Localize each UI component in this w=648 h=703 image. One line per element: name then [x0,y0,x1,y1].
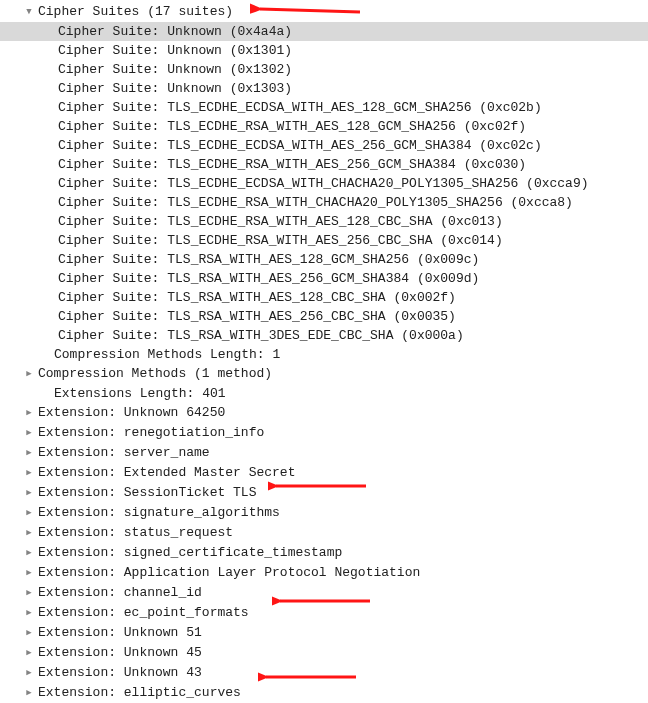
cipher-suite-value: TLS_ECDHE_RSA_WITH_AES_128_GCM_SHA256 (0… [167,119,526,134]
extension-item[interactable]: Extension: Extended Master Secret [0,463,648,483]
compression-methods[interactable]: Compression Methods (1 method) [0,364,648,384]
cipher-suite-item[interactable]: Cipher Suite: TLS_ECDHE_ECDSA_WITH_AES_1… [0,98,648,117]
compression-length-text: Compression Methods Length: 1 [54,347,280,362]
cipher-suite-item[interactable]: Cipher Suite: TLS_ECDHE_ECDSA_WITH_CHACH… [0,174,648,193]
cipher-suite-prefix: Cipher Suite: [58,62,159,77]
extension-item[interactable]: Extension: elliptic_curves [0,683,648,703]
extension-item[interactable]: Extension: channel_id [0,583,648,603]
cipher-suite-prefix: Cipher Suite: [58,81,159,96]
extension-item[interactable]: Extension: Unknown 43 [0,663,648,683]
protocol-tree: Cipher Suites (17 suites) Cipher Suite: … [0,0,648,703]
cipher-suite-prefix: Cipher Suite: [58,214,159,229]
chevron-right-icon[interactable] [24,544,34,563]
cipher-suite-item[interactable]: Cipher Suite: TLS_ECDHE_RSA_WITH_AES_128… [0,117,648,136]
cipher-suite-item[interactable]: Cipher Suite: TLS_ECDHE_ECDSA_WITH_AES_2… [0,136,648,155]
chevron-right-icon[interactable] [24,404,34,423]
extension-text: Extension: elliptic_curves [38,685,241,700]
cipher-suite-item[interactable]: Cipher Suite: Unknown (0x1301) [0,41,648,60]
extension-text: Extension: Unknown 45 [38,645,202,660]
extension-text: Extension: ec_point_formats [38,605,249,620]
cipher-suite-value: Unknown (0x1303) [167,81,292,96]
chevron-right-icon[interactable] [24,644,34,663]
extension-item[interactable]: Extension: Unknown 51 [0,623,648,643]
extension-item[interactable]: Extension: signed_certificate_timestamp [0,543,648,563]
extension-text: Extension: signature_algorithms [38,505,280,520]
chevron-right-icon[interactable] [24,584,34,603]
cipher-suite-prefix: Cipher Suite: [58,195,159,210]
cipher-suite-prefix: Cipher Suite: [58,176,159,191]
extension-item[interactable]: Extension: renegotiation_info [0,423,648,443]
cipher-suite-prefix: Cipher Suite: [58,157,159,172]
cipher-suite-item[interactable]: Cipher Suite: Unknown (0x1303) [0,79,648,98]
extension-item[interactable]: Extension: Unknown 45 [0,643,648,663]
extension-text: Extension: channel_id [38,585,202,600]
extension-text: Extension: Extended Master Secret [38,465,295,480]
chevron-right-icon[interactable] [24,464,34,483]
cipher-suite-prefix: Cipher Suite: [58,290,159,305]
extension-text: Extension: Application Layer Protocol Ne… [38,565,420,580]
cipher-suites-header[interactable]: Cipher Suites (17 suites) [0,2,648,22]
cipher-suite-prefix: Cipher Suite: [58,24,159,39]
cipher-suite-value: TLS_RSA_WITH_AES_256_GCM_SHA384 (0x009d) [167,271,479,286]
extension-text: Extension: server_name [38,445,210,460]
cipher-suite-prefix: Cipher Suite: [58,309,159,324]
extension-item[interactable]: Extension: status_request [0,523,648,543]
cipher-suite-value: Unknown (0x4a4a) [167,24,292,39]
chevron-right-icon[interactable] [24,524,34,543]
extension-item[interactable]: Extension: SessionTicket TLS [0,483,648,503]
cipher-suite-value: TLS_ECDHE_RSA_WITH_AES_256_CBC_SHA (0xc0… [167,233,502,248]
chevron-right-icon[interactable] [24,444,34,463]
chevron-down-icon[interactable] [24,3,34,22]
chevron-right-icon[interactable] [24,424,34,443]
cipher-suite-prefix: Cipher Suite: [58,328,159,343]
extension-text: Extension: renegotiation_info [38,425,264,440]
extension-item[interactable]: Extension: signature_algorithms [0,503,648,523]
chevron-right-icon[interactable] [24,604,34,623]
cipher-suite-item[interactable]: Cipher Suite: TLS_RSA_WITH_AES_256_GCM_S… [0,269,648,288]
chevron-right-icon[interactable] [24,564,34,583]
cipher-suite-item[interactable]: Cipher Suite: TLS_RSA_WITH_AES_256_CBC_S… [0,307,648,326]
chevron-right-icon[interactable] [24,664,34,683]
cipher-suite-item[interactable]: Cipher Suite: TLS_ECDHE_RSA_WITH_CHACHA2… [0,193,648,212]
extension-text: Extension: Unknown 64250 [38,405,225,420]
extensions-length-text: Extensions Length: 401 [54,386,226,401]
extensions-length[interactable]: Extensions Length: 401 [0,384,648,403]
extension-text: Extension: Unknown 51 [38,625,202,640]
cipher-suite-value: TLS_ECDHE_RSA_WITH_AES_256_GCM_SHA384 (0… [167,157,526,172]
cipher-suite-value: TLS_RSA_WITH_3DES_EDE_CBC_SHA (0x000a) [167,328,463,343]
chevron-right-icon[interactable] [24,365,34,384]
cipher-suites-label: Cipher Suites (17 suites) [38,4,233,19]
cipher-suite-item[interactable]: Cipher Suite: Unknown (0x1302) [0,60,648,79]
chevron-right-icon[interactable] [24,484,34,503]
compression-length[interactable]: Compression Methods Length: 1 [0,345,648,364]
extension-item[interactable]: Extension: Application Layer Protocol Ne… [0,563,648,583]
cipher-suite-prefix: Cipher Suite: [58,252,159,267]
extension-item[interactable]: Extension: server_name [0,443,648,463]
cipher-suite-item[interactable]: Cipher Suite: TLS_RSA_WITH_AES_128_CBC_S… [0,288,648,307]
cipher-suite-value: TLS_ECDHE_ECDSA_WITH_AES_128_GCM_SHA256 … [167,100,541,115]
extension-text: Extension: signed_certificate_timestamp [38,545,342,560]
extension-item[interactable]: Extension: ec_point_formats [0,603,648,623]
cipher-suite-value: TLS_RSA_WITH_AES_256_CBC_SHA (0x0035) [167,309,456,324]
cipher-suite-value: Unknown (0x1302) [167,62,292,77]
cipher-suite-item[interactable]: Cipher Suite: TLS_RSA_WITH_AES_128_GCM_S… [0,250,648,269]
cipher-suite-prefix: Cipher Suite: [58,138,159,153]
cipher-suite-prefix: Cipher Suite: [58,100,159,115]
extension-text: Extension: status_request [38,525,233,540]
cipher-suite-item[interactable]: Cipher Suite: TLS_ECDHE_RSA_WITH_AES_256… [0,155,648,174]
cipher-suite-item[interactable]: Cipher Suite: TLS_ECDHE_RSA_WITH_AES_128… [0,212,648,231]
cipher-suite-value: TLS_RSA_WITH_AES_128_GCM_SHA256 (0x009c) [167,252,479,267]
cipher-suite-prefix: Cipher Suite: [58,233,159,248]
extension-item[interactable]: Extension: Unknown 64250 [0,403,648,423]
cipher-suite-prefix: Cipher Suite: [58,43,159,58]
extension-text: Extension: Unknown 43 [38,665,202,680]
chevron-right-icon[interactable] [24,504,34,523]
chevron-right-icon[interactable] [24,624,34,643]
cipher-suite-prefix: Cipher Suite: [58,119,159,134]
cipher-suite-item[interactable]: Cipher Suite: Unknown (0x4a4a) [0,22,648,41]
cipher-suite-value: TLS_RSA_WITH_AES_128_CBC_SHA (0x002f) [167,290,456,305]
cipher-suite-value: TLS_ECDHE_RSA_WITH_AES_128_CBC_SHA (0xc0… [167,214,502,229]
chevron-right-icon[interactable] [24,684,34,703]
cipher-suite-item[interactable]: Cipher Suite: TLS_RSA_WITH_3DES_EDE_CBC_… [0,326,648,345]
cipher-suite-item[interactable]: Cipher Suite: TLS_ECDHE_RSA_WITH_AES_256… [0,231,648,250]
